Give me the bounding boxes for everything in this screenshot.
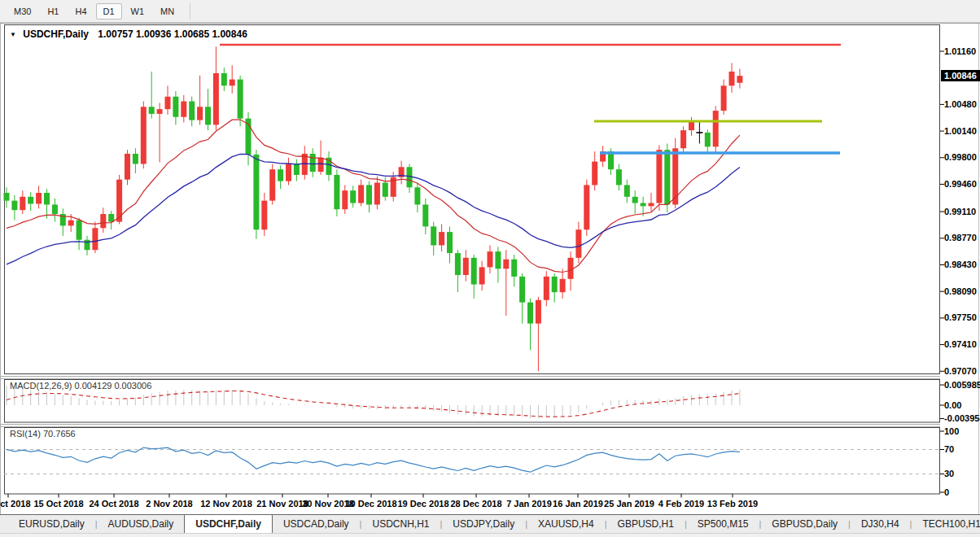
timeframe-button-h1[interactable]: H1	[40, 3, 66, 20]
timeframe-button-m30[interactable]: M30	[7, 3, 38, 20]
macd-axis-label: -0.003954	[944, 413, 980, 424]
chart-tab-dj30-h4[interactable]: DJ30,H4	[851, 515, 910, 533]
chart-tab-gbpusd-daily[interactable]: GBPUSD,Daily	[761, 515, 848, 533]
chart-tab-sp500-m15[interactable]: SP500,M15	[687, 515, 759, 533]
price-axis-label: 0.98770	[944, 233, 977, 243]
rsi-axis-label: 100	[944, 426, 959, 437]
price-axis-label: 0.97750	[944, 312, 977, 323]
price-axis-label: 0.98430	[944, 260, 977, 270]
timeframe-button-d1[interactable]: D1	[96, 3, 122, 20]
price-axis-label: 0.99800	[944, 152, 977, 163]
terminal-window: M30H1H4D1W1MN ▼ USDCHF,Daily 1.00757 1.0…	[0, 0, 980, 537]
status-strip	[0, 533, 980, 537]
macd-axis-label: 0.005985	[944, 380, 980, 391]
chart-tab-xauusd-h4[interactable]: XAUUSD,H4	[527, 515, 605, 533]
chart-tab-gbpusd-h1[interactable]: GBPUSD,H1	[607, 515, 685, 533]
rsi-indicator-label: RSI(14) 70.7656	[10, 429, 76, 439]
chart-tab-usdchf-daily[interactable]: USDCHF,Daily	[184, 514, 273, 533]
chart-tab-usdcnh-h1[interactable]: USDCNH,H1	[361, 515, 440, 533]
chart-dropdown-icon: ▼	[10, 31, 16, 38]
rsi-axis-label: 30	[944, 469, 954, 479]
chart-tab-usdjpy-daily[interactable]: USDJPY,Daily	[442, 515, 525, 533]
date-axis-label: 12 Nov 2018	[194, 499, 259, 509]
chart-ohlc-values: 1.00757 1.00936 1.00685 1.00846	[98, 28, 247, 40]
price-axis-label: 0.97070	[944, 366, 977, 377]
chart-title: ▼ USDCHF,Daily 1.00757 1.00936 1.00685 1…	[10, 28, 247, 40]
chart-tab-tech100-h1[interactable]: TECH100,H1	[912, 515, 980, 533]
price-axis-label: 1.00480	[944, 99, 977, 110]
toolbar-separator	[190, 3, 190, 20]
price-axis-label: 1.00140	[944, 126, 977, 137]
price-axis-label: 0.99110	[944, 207, 976, 217]
timeframe-button-mn[interactable]: MN	[153, 3, 182, 20]
date-axis-label: 2 Nov 2018	[137, 499, 202, 509]
price-axis-label: 0.97410	[944, 339, 977, 350]
chart-symbol-label: USDCHF,Daily	[23, 28, 89, 40]
price-axis-label: 0.98090	[944, 286, 977, 297]
price-axis-label: 0.99460	[944, 179, 977, 190]
chart-tab-eurusd-daily[interactable]: EURUSD,Daily	[8, 515, 95, 533]
rsi-axis-label: 0	[944, 487, 949, 498]
current-price-tag: 1.00846	[941, 70, 980, 81]
timeframe-toolbar: M30H1H4D1W1MN	[0, 0, 980, 23]
timeframe-button-h4[interactable]: H4	[68, 3, 94, 20]
symbol-tab-bar: EURUSD,Daily|AUDUSD,DailyUSDCHF,DailyUSD…	[0, 514, 980, 533]
chart-tab-usdcad-daily[interactable]: USDCAD,Daily	[273, 515, 360, 533]
macd-axis-label: 0.00	[944, 400, 961, 411]
date-axis-label: 13 Feb 2019	[700, 499, 765, 509]
chart-canvas[interactable]	[0, 0, 980, 537]
price-axis-label: 1.01160	[944, 46, 976, 57]
chart-tab-audusd-daily[interactable]: AUDUSD,Daily	[98, 515, 185, 533]
timeframe-button-w1[interactable]: W1	[124, 3, 152, 20]
macd-indicator-label: MACD(12,26,9) 0.004129 0.003006	[10, 381, 151, 391]
rsi-axis-label: 70	[944, 444, 954, 455]
